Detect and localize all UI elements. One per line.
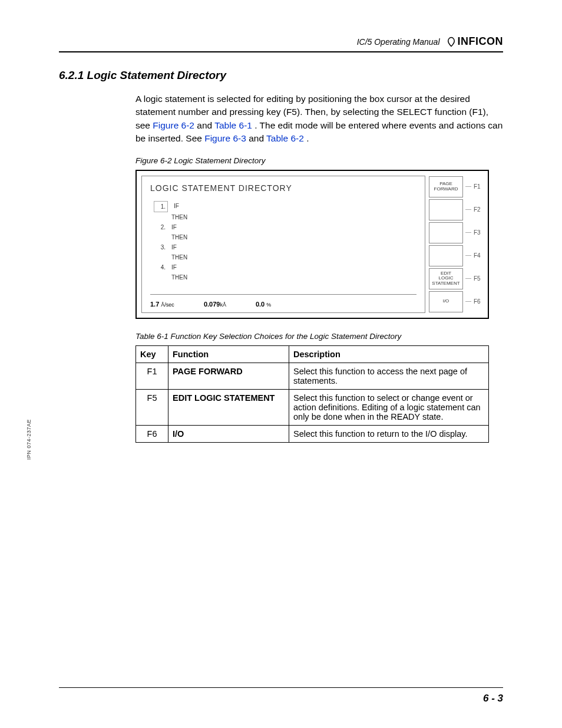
stmt-row: 1.IF [154,201,416,212]
ipn-note: IPN 074-237AE [26,419,32,460]
dash-icon [465,301,471,302]
cell-description: Select this function to access the next … [289,363,489,389]
link-figure-6-3[interactable]: Figure 6-3 [204,133,246,143]
screen-footer: 1.7 Å/sec 0.079kÅ 0.0 % [150,294,416,308]
dash-icon [465,278,471,279]
thickness-readout: 0.079kÅ [204,301,226,308]
dash-icon [465,232,471,233]
para-text: and [249,133,266,143]
percent-readout: 0.0 % [256,301,271,308]
table-row: F6 I/O Select this function to return to… [136,425,489,442]
page-footer: 6 - 3 [59,687,503,704]
th-function: Function [168,345,289,363]
page-number: 6 - 3 [483,693,503,704]
brand-logo: INFICON [446,35,504,48]
stmt-num-selected: 1. [154,201,168,212]
figure-6-2: LOGIC STATEMENT DIRECTORY 1.IF THEN 2.IF… [135,170,489,319]
th-key: Key [136,345,168,363]
cell-key: F1 [136,363,168,389]
para-text: . [306,133,309,143]
stmt-if: IF [174,201,179,212]
stmt-then: THEN [154,272,416,282]
section-number: 6.2.1 [59,69,84,81]
cell-key: F5 [136,389,168,425]
stmt-if: IF [171,222,177,232]
intro-paragraph: A logic statement is selected for editin… [135,93,503,146]
stmt-then: THEN [154,252,416,262]
cell-description: Select this function to return to the I/… [289,425,489,442]
fkey-label: F4 [474,252,481,259]
cell-key: F6 [136,425,168,442]
cell-function: EDIT LOGIC STATEMENT [168,389,289,425]
stmt-num: 4. [154,262,166,272]
fkey-row: F3 [429,222,483,244]
screen-mock: LOGIC STATEMENT DIRECTORY 1.IF THEN 2.IF… [141,176,425,313]
inficon-icon [446,37,457,47]
table-row: F1 PAGE FORWARD Select this function to … [136,363,489,389]
fkey-empty [429,245,463,266]
fkey-empty [429,222,463,243]
stmt-row: 2.IF [154,222,416,232]
link-table-6-2[interactable]: Table 6-2 [266,133,304,143]
statement-list: 1.IF THEN 2.IF THEN 3.IF THEN 4.IF THEN [150,201,416,282]
fkey-edit-logic: EDIT LOGIC STATEMENT [429,268,463,289]
section-title-text: Logic Statement Directory [87,69,227,81]
fkey-io: I/O [429,291,463,312]
link-figure-6-2[interactable]: Figure 6-2 [153,120,194,130]
cell-function: I/O [168,425,289,442]
table-header-row: Key Function Description [136,345,489,363]
figure-caption: Figure 6-2 Logic Statement Directory [135,156,503,165]
stmt-num: 3. [154,242,166,252]
para-text: and [197,120,214,130]
brand-text: INFICON [458,35,504,48]
table-row: F5 EDIT LOGIC STATEMENT Select this func… [136,389,489,425]
fkey-label: F5 [474,275,481,282]
fkey-empty [429,199,463,220]
stmt-num: 2. [154,222,166,232]
fkey-row: F4 [429,245,483,267]
cell-function: PAGE FORWARD [168,363,289,389]
rate-readout: 1.7 Å/sec [150,301,174,308]
fkey-row: F2 [429,199,483,221]
fkey-row: PAGE FORWARDF1 [429,176,483,198]
screen-title: LOGIC STATEMENT DIRECTORY [150,183,416,193]
section-heading: 6.2.1 Logic Statement Directory [59,69,503,82]
fkey-label: F1 [474,183,481,190]
stmt-if: IF [171,262,177,272]
stmt-then: THEN [154,232,416,242]
cell-description: Select this function to select or change… [289,389,489,425]
fkey-page-forward: PAGE FORWARD [429,176,463,197]
dash-icon [465,255,471,256]
fkey-label: F3 [474,229,481,236]
page-header: IC/5 Operating Manual INFICON [59,35,503,52]
stmt-row: 4.IF [154,262,416,272]
function-key-table: Key Function Description F1 PAGE FORWARD… [135,345,489,443]
fkey-label: F2 [474,206,481,213]
fkey-column: PAGE FORWARDF1 F2 F3 F4 EDIT LOGIC STATE… [429,176,483,313]
th-description: Description [289,345,489,363]
fkey-label: F6 [474,298,481,305]
link-table-6-1[interactable]: Table 6-1 [214,120,252,130]
manual-title: IC/5 Operating Manual [357,37,440,47]
stmt-if: IF [171,242,177,252]
dash-icon [465,186,471,187]
table-caption: Table 6-1 Function Key Selection Choices… [135,332,503,341]
dash-icon [465,209,471,210]
fkey-row: EDIT LOGIC STATEMENTF5 [429,268,483,290]
stmt-row: 3.IF [154,242,416,252]
fkey-row: I/OF6 [429,291,483,313]
stmt-then: THEN [154,212,416,222]
